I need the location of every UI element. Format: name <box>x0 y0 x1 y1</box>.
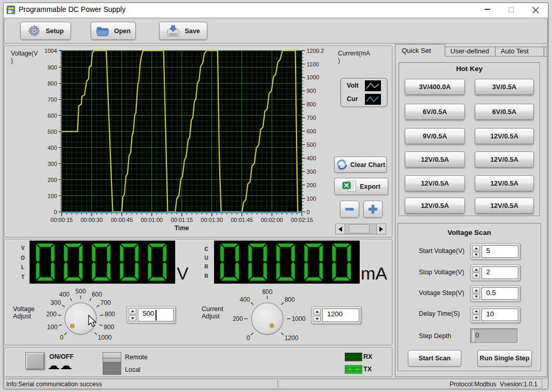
svg-text:): ) <box>338 57 340 64</box>
svg-text:00:01:15: 00:01:15 <box>171 217 193 223</box>
svg-text:600: 600 <box>92 291 102 298</box>
svg-text:Current(mA: Current(mA <box>338 50 370 57</box>
svg-text:300: 300 <box>307 169 316 175</box>
svg-text:200: 200 <box>233 315 243 323</box>
svg-text:1004: 1004 <box>45 48 57 54</box>
svg-text:900: 900 <box>307 88 316 94</box>
svg-text:300: 300 <box>51 299 61 306</box>
svg-text:1000: 1000 <box>98 334 112 341</box>
svg-text:800: 800 <box>48 80 57 87</box>
svg-text:200: 200 <box>48 177 57 183</box>
svg-text:800: 800 <box>105 311 115 318</box>
svg-text:1100: 1100 <box>307 61 319 67</box>
svg-text:100: 100 <box>48 193 57 199</box>
svg-text:100: 100 <box>47 324 58 331</box>
svg-text:500: 500 <box>48 129 57 135</box>
svg-text:00:00:15: 00:00:15 <box>51 217 73 223</box>
svg-text:600: 600 <box>307 128 316 134</box>
svg-text:00:01:45: 00:01:45 <box>231 217 253 223</box>
svg-text:00:02:15: 00:02:15 <box>291 217 313 223</box>
svg-text:1200: 1200 <box>285 334 299 342</box>
svg-text:1200.2: 1200.2 <box>307 48 324 54</box>
svg-text:1000: 1000 <box>292 315 306 323</box>
svg-text:300: 300 <box>48 161 57 167</box>
svg-text:800: 800 <box>285 296 295 303</box>
svg-text:1000: 1000 <box>307 74 319 80</box>
svg-text:0: 0 <box>247 334 250 342</box>
svg-text:0: 0 <box>307 209 310 215</box>
svg-text:00:01:00: 00:01:00 <box>140 217 163 223</box>
svg-text:900: 900 <box>48 64 57 71</box>
svg-text:): ) <box>11 57 13 64</box>
svg-text:700: 700 <box>307 115 316 121</box>
svg-text:100: 100 <box>307 195 316 202</box>
svg-text:200: 200 <box>307 182 316 188</box>
svg-text:400: 400 <box>239 296 250 303</box>
svg-text:400: 400 <box>59 291 69 298</box>
svg-text:900: 900 <box>104 324 114 331</box>
svg-text:00:02:00: 00:02:00 <box>261 217 283 223</box>
svg-text:500: 500 <box>76 288 86 295</box>
svg-text:400: 400 <box>48 145 57 151</box>
svg-text:Time: Time <box>175 225 189 232</box>
svg-text:0: 0 <box>60 334 64 341</box>
svg-text:700: 700 <box>101 299 111 306</box>
svg-text:400: 400 <box>307 155 316 161</box>
svg-text:00:00:30: 00:00:30 <box>80 217 103 223</box>
svg-text:500: 500 <box>307 142 316 148</box>
svg-text:0: 0 <box>54 209 57 215</box>
svg-text:200: 200 <box>46 311 56 318</box>
svg-text:600: 600 <box>262 288 273 296</box>
svg-text:800: 800 <box>307 101 316 107</box>
svg-text:Voltage(V: Voltage(V <box>11 50 38 57</box>
svg-text:00:01:30: 00:01:30 <box>201 217 223 223</box>
svg-text:600: 600 <box>48 113 57 119</box>
svg-text:00:00:45: 00:00:45 <box>110 217 133 223</box>
svg-text:700: 700 <box>48 96 57 103</box>
